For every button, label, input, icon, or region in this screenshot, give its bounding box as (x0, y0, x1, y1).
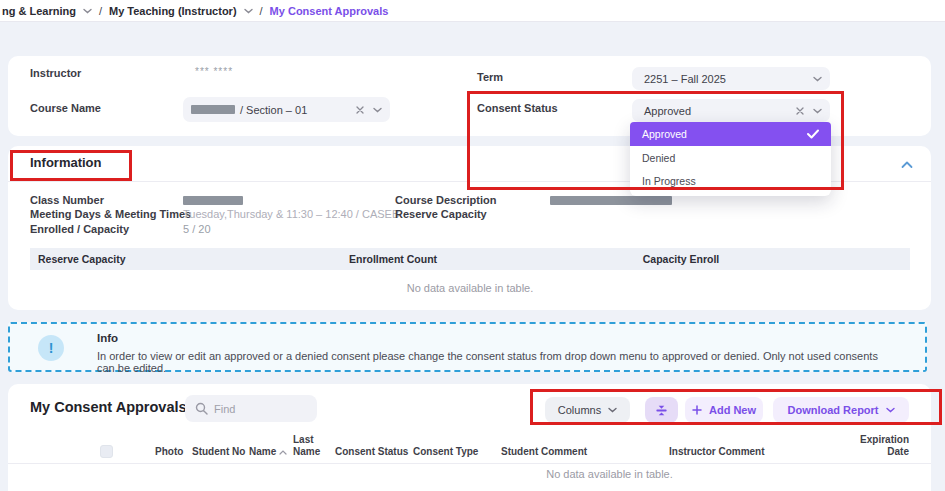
column-header-consent-type: Consent Type (413, 446, 501, 458)
course-description-label: Course Description (395, 194, 496, 206)
redacted-course-description (550, 196, 672, 205)
column-header-last-name: Last Name (293, 434, 335, 458)
column-header-instructor-comment: Instructor Comment (669, 446, 844, 458)
search-icon (195, 402, 208, 415)
consent-status-value: Approved (644, 105, 691, 117)
option-label: Approved (642, 128, 687, 140)
download-report-button[interactable]: Download Report (773, 397, 909, 423)
plus-icon (692, 405, 702, 415)
chevron-down-icon[interactable] (373, 107, 382, 113)
info-alert: ! Info In order to view or edit an appro… (8, 322, 927, 372)
column-header-consent-status: Consent Status (335, 446, 413, 458)
option-label: Denied (642, 152, 675, 164)
info-alert-message: In order to view or edit an approved or … (97, 350, 897, 374)
information-title: Information (30, 155, 102, 170)
term-select[interactable]: 2251 – Fall 2025 (632, 67, 830, 90)
column-header-enrollment-count: Enrollment Count (349, 253, 643, 265)
info-alert-title: Info (97, 332, 118, 344)
add-new-button-label: Add New (709, 404, 756, 416)
columns-button-label: Columns (558, 404, 601, 416)
dropdown-option-denied[interactable]: Denied (630, 146, 831, 169)
term-label: Term (477, 71, 503, 83)
meeting-days-value: Tuesday,Thursday & 11:30 – 12:40 / CASEB (183, 208, 399, 220)
chevron-down-icon[interactable] (83, 8, 92, 14)
search-input[interactable] (214, 403, 304, 415)
enrolled-capacity-label: Enrolled / Capacity (30, 223, 129, 235)
chevron-down-icon (886, 407, 895, 413)
collapse-chevron-up-icon[interactable] (901, 155, 913, 173)
dropdown-option-in-progress[interactable]: In Progress (630, 169, 831, 192)
consent-status-select[interactable]: Approved (632, 99, 830, 122)
download-report-button-label: Download Report (787, 404, 878, 416)
breadcrumb-item-my-consent-approvals[interactable]: My Consent Approvals (270, 5, 389, 17)
page-title: My Consent Approvals (30, 399, 187, 415)
column-header-capacity-enroll: Capacity Enroll (643, 253, 902, 265)
breadcrumb-item-my-teaching[interactable]: My Teaching (Instructor) (109, 5, 237, 17)
columns-button[interactable]: Columns (545, 397, 630, 423)
my-consent-approvals-card: My Consent Approvals Columns Add New (8, 384, 931, 491)
breadcrumb-separator: / (260, 5, 263, 17)
search-box (185, 395, 317, 422)
chevron-down-icon (608, 407, 617, 413)
breadcrumb-item-teaching-learning[interactable]: ng & Learning (2, 5, 76, 17)
approvals-table-header: Photo Student No Name Last Name Consent … (8, 434, 931, 464)
course-name-select[interactable]: / Section – 01 (183, 97, 390, 122)
column-header-name-label: Name (249, 446, 276, 458)
reserve-capacity-table-header: Reserve Capacity Enrollment Count Capaci… (30, 248, 910, 270)
redacted-class-number (183, 196, 243, 205)
chevron-down-icon[interactable] (813, 76, 822, 82)
reserve-capacity-table: Reserve Capacity Enrollment Count Capaci… (30, 248, 910, 294)
row-density-button[interactable] (645, 397, 678, 423)
option-label: In Progress (642, 175, 696, 187)
instructor-label: Instructor (30, 67, 81, 79)
meeting-days-label: Meeting Days & Meeting Times (30, 208, 191, 220)
chevron-down-icon[interactable] (813, 108, 822, 114)
class-number-label: Class Number (30, 194, 104, 206)
info-icon: ! (38, 335, 64, 361)
enrolled-capacity-value: 5 / 20 (183, 223, 211, 235)
course-name-label: Course Name (30, 102, 101, 114)
reserve-capacity-label: Reserve Capacity (395, 208, 487, 220)
empty-table-message: No data available in table. (148, 468, 945, 480)
column-header-expiration-date: Expiration Date (844, 434, 909, 458)
add-new-button[interactable]: Add New (685, 397, 763, 423)
empty-table-message: No data available in table. (30, 270, 910, 294)
consent-approvals-page: ng & Learning / My Teaching (Instructor)… (0, 0, 945, 491)
density-icon (654, 403, 669, 418)
instructor-value: *** **** (195, 66, 233, 77)
breadcrumb-separator: / (99, 5, 102, 17)
consent-status-dropdown: Approved Denied In Progress (630, 122, 831, 196)
check-icon (807, 129, 819, 139)
term-value: 2251 – Fall 2025 (644, 73, 726, 85)
dropdown-option-approved[interactable]: Approved (630, 122, 831, 146)
column-header-reserve-capacity: Reserve Capacity (38, 253, 349, 265)
breadcrumb: ng & Learning / My Teaching (Instructor)… (0, 0, 945, 22)
clear-icon[interactable] (356, 106, 364, 114)
chevron-down-icon[interactable] (244, 8, 253, 14)
select-all-checkbox[interactable] (100, 445, 113, 458)
redacted-course-name (191, 105, 235, 114)
sort-ascending-icon (279, 450, 287, 455)
column-header-name[interactable]: Name (249, 446, 293, 458)
consent-status-label: Consent Status (477, 102, 558, 114)
column-header-student-no: Student No (192, 446, 249, 458)
column-header-student-comment: Student Comment (501, 446, 669, 458)
column-header-photo: Photo (155, 446, 192, 458)
clear-icon[interactable] (796, 107, 804, 115)
course-name-value: / Section – 01 (240, 104, 307, 116)
